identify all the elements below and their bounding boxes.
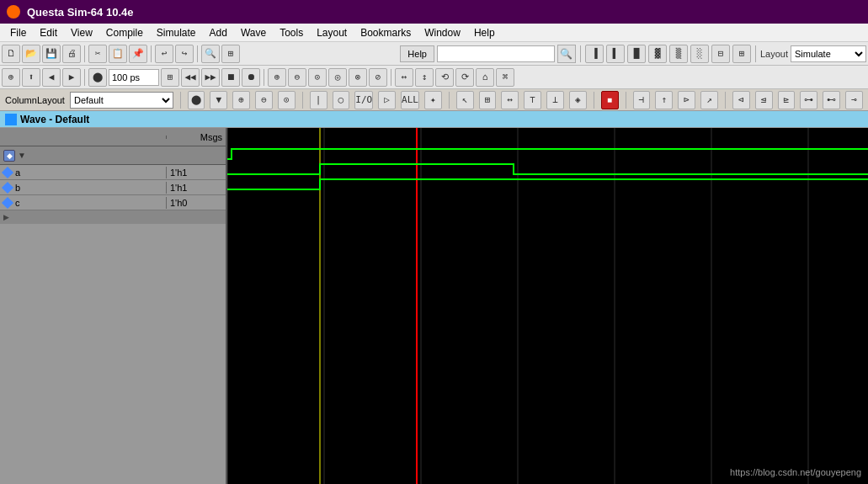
cl-btn14[interactable]: ↔	[501, 91, 519, 109]
help-search-btn[interactable]: 🔍	[557, 45, 576, 63]
cl-btn13[interactable]: ⊞	[479, 91, 497, 109]
new-btn[interactable]: 🗋	[2, 45, 20, 63]
signal-row-b[interactable]: b 1'h1	[0, 180, 226, 195]
save-btn[interactable]: 💾	[42, 45, 61, 63]
wave-style-4[interactable]: ▓	[648, 45, 667, 63]
copy-btn[interactable]: 📋	[109, 45, 127, 63]
menu-file[interactable]: File	[3, 25, 33, 40]
menu-edit[interactable]: Edit	[33, 25, 64, 40]
cl-btn27[interactable]: ⊷	[823, 91, 840, 109]
time-input[interactable]	[109, 69, 159, 86]
open-btn[interactable]: 📂	[22, 45, 40, 63]
menu-wave[interactable]: Wave	[234, 25, 273, 40]
bookmark-btn[interactable]: ⊞	[221, 45, 240, 63]
print-btn[interactable]: 🖨	[62, 45, 81, 63]
tb2-btn16[interactable]: ⊘	[369, 68, 387, 87]
cl-btn19[interactable]: ⊣	[633, 91, 651, 109]
cl-btn9[interactable]: ▷	[378, 91, 396, 109]
menu-view[interactable]: View	[64, 25, 99, 40]
cl-btn15[interactable]: ⊤	[524, 91, 541, 109]
tb2-btn19[interactable]: ⟲	[435, 68, 454, 87]
cl-btn8[interactable]: I/O	[354, 91, 373, 109]
app-icon	[7, 5, 20, 19]
tb2-btn7[interactable]: ◀◀	[181, 68, 200, 87]
tb2-btn9[interactable]: ⏹	[221, 68, 240, 87]
cl-btn18[interactable]: ■	[601, 91, 619, 109]
cl-btn24[interactable]: ⊴	[755, 91, 773, 109]
wave-style-1[interactable]: ▐	[585, 45, 604, 63]
wave-style-6[interactable]: ░	[690, 45, 709, 63]
paste-btn[interactable]: 📌	[129, 45, 147, 63]
undo-btn[interactable]: ↩	[155, 45, 173, 63]
cl-btn5[interactable]: ⊙	[278, 91, 296, 109]
tb2-btn12[interactable]: ⊖	[288, 68, 306, 87]
sep-cl3	[449, 92, 450, 109]
tb2-btn8[interactable]: ▶▶	[201, 68, 220, 87]
tb2-btn15[interactable]: ⊗	[349, 68, 367, 87]
wave-style-7[interactable]: ⊟	[711, 45, 730, 63]
sep1	[84, 45, 85, 62]
wave-style-2[interactable]: ▌	[606, 45, 625, 63]
help-input[interactable]	[437, 45, 555, 62]
layout-select[interactable]: Simulate Debug Design	[791, 45, 866, 62]
cl-btn4[interactable]: ⊖	[255, 91, 273, 109]
signal-panel-expand-icon[interactable]: ◆	[3, 150, 15, 162]
signal-icon-c	[2, 196, 13, 208]
signal-name-b: b	[0, 182, 167, 194]
menu-window[interactable]: Window	[418, 25, 467, 40]
tb2-btn2[interactable]: ⬆	[22, 68, 40, 87]
cl-btn2[interactable]: ▼	[210, 91, 227, 109]
cut-btn[interactable]: ✂	[88, 45, 107, 63]
tb2-btn10[interactable]: ⏺	[242, 68, 260, 87]
wave-style-5[interactable]: ▒	[669, 45, 688, 63]
column-layout-select[interactable]: Default	[70, 92, 173, 109]
sep-t2-1	[84, 69, 85, 86]
tb2-btn5[interactable]: ⬤	[88, 68, 107, 87]
tb2-btn21[interactable]: ⌂	[476, 68, 494, 87]
cl-btn22[interactable]: ↗	[700, 91, 718, 109]
tb2-btn6[interactable]: ⊞	[161, 68, 179, 87]
cl-btn16[interactable]: ⊥	[546, 91, 564, 109]
menu-help[interactable]: Help	[467, 25, 502, 40]
menu-bookmarks[interactable]: Bookmarks	[354, 25, 418, 40]
cl-btn17[interactable]: ◈	[569, 91, 587, 109]
redo-btn[interactable]: ↪	[175, 45, 194, 63]
cl-btn26[interactable]: ⊶	[800, 91, 817, 109]
tb2-btn4[interactable]: ▶	[62, 68, 81, 87]
cl-btn25[interactable]: ⊵	[778, 91, 796, 109]
tb2-btn11[interactable]: ⊕	[268, 68, 286, 87]
cl-btn12[interactable]: ↖	[456, 91, 474, 109]
menu-compile[interactable]: Compile	[99, 25, 150, 40]
cl-btn21[interactable]: ⊳	[678, 91, 695, 109]
menu-simulate[interactable]: Simulate	[150, 25, 203, 40]
signal-row-a[interactable]: a 1'h1	[0, 165, 226, 180]
expand-arrow[interactable]: ▶	[3, 213, 9, 221]
cl-btn1[interactable]: ⬤	[188, 91, 205, 109]
help-button[interactable]: Help	[400, 45, 434, 62]
signal-row-c[interactable]: c 1'h0	[0, 195, 226, 210]
menu-tools[interactable]: Tools	[273, 25, 310, 40]
cl-btn3[interactable]: ⊕	[232, 91, 250, 109]
cl-btn23[interactable]: ⊲	[732, 91, 750, 109]
search-btn[interactable]: 🔍	[201, 45, 220, 63]
cl-btn20[interactable]: ↑	[655, 91, 673, 109]
menu-add[interactable]: Add	[203, 25, 234, 40]
cl-btn10[interactable]: ALL	[401, 91, 419, 109]
wave-style-3[interactable]: █	[627, 45, 646, 63]
tb2-btn17[interactable]: ↔	[395, 68, 413, 87]
cl-btn28[interactable]: ⊸	[845, 91, 863, 109]
tb2-btn14[interactable]: ◎	[328, 68, 347, 87]
menu-layout[interactable]: Layout	[310, 25, 354, 40]
tb2-btn20[interactable]: ⟳	[455, 68, 474, 87]
signal-icon-b	[2, 181, 13, 193]
cl-btn11[interactable]: ✦	[424, 91, 442, 109]
tb2-btn13[interactable]: ⊙	[308, 68, 327, 87]
wave-style-8[interactable]: ⊞	[732, 45, 751, 63]
tb2-btn18[interactable]: ↕	[415, 68, 434, 87]
tb2-btn1[interactable]: ⊕	[2, 68, 20, 87]
tb2-btn22[interactable]: ⌘	[496, 68, 514, 87]
cl-btn7[interactable]: ○	[333, 91, 350, 109]
cl-btn6[interactable]: |	[310, 91, 327, 109]
waveform-area[interactable]: https://blog.csdn.net/gouyepeng	[227, 128, 868, 484]
tb2-btn3[interactable]: ◀	[42, 68, 61, 87]
